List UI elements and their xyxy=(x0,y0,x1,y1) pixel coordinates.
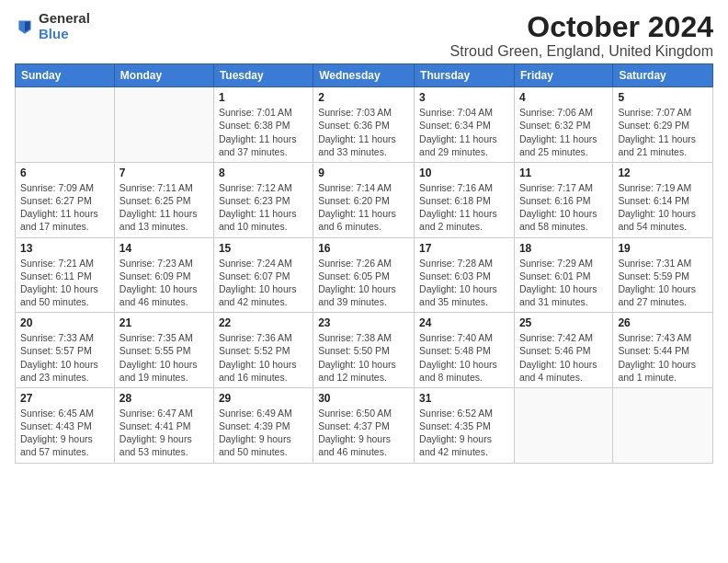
daylight-hours: Sunrise: 7:14 AM Sunset: 6:20 PM Dayligh… xyxy=(318,181,409,234)
daylight-hours: Sunrise: 7:40 AM Sunset: 5:48 PM Dayligh… xyxy=(419,331,509,384)
col-wednesday: Wednesday xyxy=(313,64,415,87)
table-row xyxy=(514,387,612,463)
main-title: October 2024 xyxy=(450,11,713,43)
table-row: 2Sunrise: 7:03 AM Sunset: 6:36 PM Daylig… xyxy=(313,87,415,163)
col-monday: Monday xyxy=(114,64,213,87)
table-row: 5Sunrise: 7:07 AM Sunset: 6:29 PM Daylig… xyxy=(613,87,713,163)
day-number: 10 xyxy=(419,167,509,179)
daylight-hours: Sunrise: 6:45 AM Sunset: 4:43 PM Dayligh… xyxy=(20,407,109,459)
table-row: 10Sunrise: 7:16 AM Sunset: 6:18 PM Dayli… xyxy=(415,162,515,237)
daylight-hours: Sunrise: 7:11 AM Sunset: 6:25 PM Dayligh… xyxy=(119,181,209,234)
table-row xyxy=(114,87,213,163)
day-number: 2 xyxy=(318,91,409,104)
logo: General Blue xyxy=(15,11,90,41)
calendar-header-row: Sunday Monday Tuesday Wednesday Thursday… xyxy=(16,64,713,87)
daylight-hours: Sunrise: 7:36 AM Sunset: 5:52 PM Dayligh… xyxy=(219,331,308,384)
table-row: 1Sunrise: 7:01 AM Sunset: 6:38 PM Daylig… xyxy=(213,87,313,163)
day-number: 27 xyxy=(20,392,109,405)
day-number: 6 xyxy=(20,167,109,179)
daylight-hours: Sunrise: 7:24 AM Sunset: 6:07 PM Dayligh… xyxy=(219,257,308,309)
daylight-hours: Sunrise: 6:52 AM Sunset: 4:35 PM Dayligh… xyxy=(419,407,509,459)
daylight-hours: Sunrise: 7:26 AM Sunset: 6:05 PM Dayligh… xyxy=(318,257,409,309)
table-row: 26Sunrise: 7:43 AM Sunset: 5:44 PM Dayli… xyxy=(613,313,713,388)
day-number: 28 xyxy=(119,392,209,405)
daylight-hours: Sunrise: 7:31 AM Sunset: 5:59 PM Dayligh… xyxy=(618,257,708,309)
calendar-week-1: 1Sunrise: 7:01 AM Sunset: 6:38 PM Daylig… xyxy=(16,87,713,163)
day-number: 18 xyxy=(519,242,608,255)
logo-blue: Blue xyxy=(39,27,90,42)
daylight-hours: Sunrise: 7:23 AM Sunset: 6:09 PM Dayligh… xyxy=(119,257,209,309)
daylight-hours: Sunrise: 7:07 AM Sunset: 6:29 PM Dayligh… xyxy=(618,106,708,158)
logo-icon xyxy=(15,17,35,37)
table-row xyxy=(16,87,115,163)
daylight-hours: Sunrise: 7:29 AM Sunset: 6:01 PM Dayligh… xyxy=(519,257,608,309)
day-number: 29 xyxy=(219,392,308,405)
table-row: 17Sunrise: 7:28 AM Sunset: 6:03 PM Dayli… xyxy=(415,237,515,313)
daylight-hours: Sunrise: 7:03 AM Sunset: 6:36 PM Dayligh… xyxy=(318,106,409,158)
daylight-hours: Sunrise: 7:17 AM Sunset: 6:16 PM Dayligh… xyxy=(519,181,608,234)
table-row: 23Sunrise: 7:38 AM Sunset: 5:50 PM Dayli… xyxy=(313,313,415,388)
table-row: 22Sunrise: 7:36 AM Sunset: 5:52 PM Dayli… xyxy=(213,313,313,388)
daylight-hours: Sunrise: 7:19 AM Sunset: 6:14 PM Dayligh… xyxy=(618,181,708,234)
table-row: 12Sunrise: 7:19 AM Sunset: 6:14 PM Dayli… xyxy=(613,162,713,237)
day-number: 11 xyxy=(519,167,608,179)
calendar: Sunday Monday Tuesday Wednesday Thursday… xyxy=(15,63,713,463)
daylight-hours: Sunrise: 6:49 AM Sunset: 4:39 PM Dayligh… xyxy=(219,407,308,459)
table-row: 7Sunrise: 7:11 AM Sunset: 6:25 PM Daylig… xyxy=(114,162,213,237)
table-row: 31Sunrise: 6:52 AM Sunset: 4:35 PM Dayli… xyxy=(415,387,515,463)
day-number: 30 xyxy=(318,392,409,405)
table-row: 16Sunrise: 7:26 AM Sunset: 6:05 PM Dayli… xyxy=(313,237,415,313)
title-block: October 2024 Stroud Green, England, Unit… xyxy=(450,11,713,60)
logo-text: General Blue xyxy=(39,11,90,41)
day-number: 22 xyxy=(219,316,308,329)
table-row: 11Sunrise: 7:17 AM Sunset: 6:16 PM Dayli… xyxy=(514,162,612,237)
day-number: 8 xyxy=(219,167,308,179)
daylight-hours: Sunrise: 7:16 AM Sunset: 6:18 PM Dayligh… xyxy=(419,181,509,234)
table-row: 15Sunrise: 7:24 AM Sunset: 6:07 PM Dayli… xyxy=(213,237,313,313)
table-row xyxy=(613,387,713,463)
table-row: 27Sunrise: 6:45 AM Sunset: 4:43 PM Dayli… xyxy=(16,387,115,463)
day-number: 3 xyxy=(419,91,509,104)
calendar-week-4: 20Sunrise: 7:33 AM Sunset: 5:57 PM Dayli… xyxy=(16,313,713,388)
col-sunday: Sunday xyxy=(16,64,115,87)
day-number: 14 xyxy=(119,242,209,255)
table-row: 29Sunrise: 6:49 AM Sunset: 4:39 PM Dayli… xyxy=(213,387,313,463)
day-number: 26 xyxy=(618,316,708,329)
daylight-hours: Sunrise: 7:35 AM Sunset: 5:55 PM Dayligh… xyxy=(119,331,209,384)
header: General Blue October 2024 Stroud Green, … xyxy=(15,11,713,60)
day-number: 16 xyxy=(318,242,409,255)
table-row: 20Sunrise: 7:33 AM Sunset: 5:57 PM Dayli… xyxy=(16,313,115,388)
col-friday: Friday xyxy=(514,64,612,87)
day-number: 9 xyxy=(318,167,409,179)
table-row: 9Sunrise: 7:14 AM Sunset: 6:20 PM Daylig… xyxy=(313,162,415,237)
col-saturday: Saturday xyxy=(613,64,713,87)
daylight-hours: Sunrise: 6:50 AM Sunset: 4:37 PM Dayligh… xyxy=(318,407,409,459)
table-row: 3Sunrise: 7:04 AM Sunset: 6:34 PM Daylig… xyxy=(415,87,515,163)
daylight-hours: Sunrise: 7:06 AM Sunset: 6:32 PM Dayligh… xyxy=(519,106,608,158)
daylight-hours: Sunrise: 7:38 AM Sunset: 5:50 PM Dayligh… xyxy=(318,331,409,384)
daylight-hours: Sunrise: 7:09 AM Sunset: 6:27 PM Dayligh… xyxy=(20,181,109,234)
daylight-hours: Sunrise: 7:43 AM Sunset: 5:44 PM Dayligh… xyxy=(618,331,708,384)
calendar-week-5: 27Sunrise: 6:45 AM Sunset: 4:43 PM Dayli… xyxy=(16,387,713,463)
table-row: 28Sunrise: 6:47 AM Sunset: 4:41 PM Dayli… xyxy=(114,387,213,463)
calendar-week-2: 6Sunrise: 7:09 AM Sunset: 6:27 PM Daylig… xyxy=(16,162,713,237)
daylight-hours: Sunrise: 7:28 AM Sunset: 6:03 PM Dayligh… xyxy=(419,257,509,309)
day-number: 13 xyxy=(20,242,109,255)
day-number: 12 xyxy=(618,167,708,179)
col-thursday: Thursday xyxy=(415,64,515,87)
day-number: 1 xyxy=(219,91,308,104)
daylight-hours: Sunrise: 7:42 AM Sunset: 5:46 PM Dayligh… xyxy=(519,331,608,384)
day-number: 20 xyxy=(20,316,109,329)
table-row: 8Sunrise: 7:12 AM Sunset: 6:23 PM Daylig… xyxy=(213,162,313,237)
subtitle: Stroud Green, England, United Kingdom xyxy=(450,43,713,60)
daylight-hours: Sunrise: 7:01 AM Sunset: 6:38 PM Dayligh… xyxy=(219,106,308,158)
day-number: 24 xyxy=(419,316,509,329)
day-number: 25 xyxy=(519,316,608,329)
day-number: 5 xyxy=(618,91,708,104)
day-number: 7 xyxy=(119,167,209,179)
logo-general: General xyxy=(39,11,90,27)
table-row: 21Sunrise: 7:35 AM Sunset: 5:55 PM Dayli… xyxy=(114,313,213,388)
page-container: General Blue October 2024 Stroud Green, … xyxy=(0,0,728,471)
table-row: 30Sunrise: 6:50 AM Sunset: 4:37 PM Dayli… xyxy=(313,387,415,463)
daylight-hours: Sunrise: 7:12 AM Sunset: 6:23 PM Dayligh… xyxy=(219,181,308,234)
